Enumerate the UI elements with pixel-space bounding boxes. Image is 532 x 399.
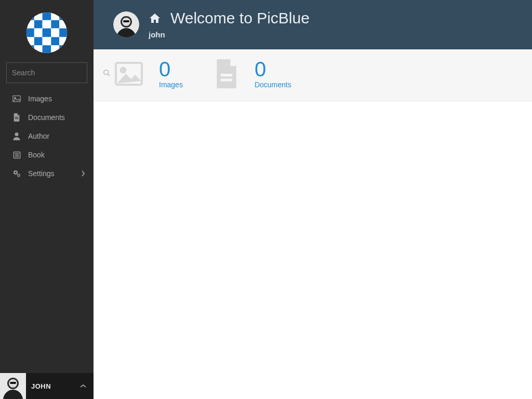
chevron-up-icon (80, 384, 86, 388)
image-icon (114, 61, 143, 86)
avatar[interactable] (113, 11, 139, 37)
sidebar-item-documents[interactable]: Documents (0, 108, 94, 127)
search-icon[interactable] (103, 69, 110, 76)
page-title: Welcome to PicBlue (170, 9, 310, 27)
home-icon (149, 12, 161, 24)
search-input[interactable] (12, 69, 103, 77)
sidebar-item-book[interactable]: Book (0, 145, 94, 164)
page-header: Welcome to PicBlue john (94, 0, 532, 49)
svg-point-0 (104, 70, 109, 75)
svg-point-3 (15, 97, 16, 98)
svg-point-21 (121, 68, 126, 73)
document-icon (12, 113, 21, 122)
stat-images[interactable]: 0 Images (114, 59, 183, 89)
sidebar-item-label: Images (28, 95, 52, 103)
stat-count: 0 (255, 59, 291, 79)
svg-rect-19 (123, 20, 129, 22)
sidebar-item-label: Author (28, 132, 49, 140)
sidebar-item-settings[interactable]: Settings (0, 164, 94, 183)
gears-icon (12, 169, 21, 178)
chevron-right-icon (81, 170, 85, 177)
stat-documents[interactable]: 0 Documents (214, 59, 291, 89)
sidebar-item-author[interactable]: Author (0, 127, 94, 145)
document-icon (214, 59, 239, 88)
svg-rect-22 (221, 74, 232, 76)
content-area (94, 102, 532, 399)
svg-point-11 (18, 174, 20, 176)
svg-line-1 (108, 74, 110, 76)
user-icon (12, 132, 21, 140)
logo-sphere-icon (26, 12, 67, 53)
book-icon (12, 151, 21, 159)
sidebar-nav: Images Documents Author (0, 89, 94, 183)
user-name-label: JOHN (31, 382, 75, 390)
sidebar-item-label: Settings (28, 169, 55, 178)
stats-bar: 0 Images 0 Documents (94, 49, 532, 102)
stat-count: 0 (159, 59, 183, 79)
stat-label: Images (159, 81, 183, 89)
main-area: Welcome to PicBlue john 0 Images (94, 0, 532, 399)
user-menu-toggle[interactable]: JOHN (0, 373, 94, 399)
svg-rect-15 (10, 382, 16, 384)
svg-rect-23 (221, 78, 232, 81)
sidebar-item-label: Book (28, 151, 45, 159)
sidebar: Images Documents Author (0, 0, 94, 399)
search-box[interactable] (6, 62, 87, 83)
svg-rect-4 (15, 117, 18, 117)
sidebar-item-images[interactable]: Images (0, 89, 94, 108)
avatar (0, 373, 26, 399)
svg-rect-5 (15, 118, 18, 119)
svg-point-6 (15, 132, 19, 136)
stat-label: Documents (255, 81, 291, 89)
image-icon (12, 95, 21, 102)
sidebar-item-label: Documents (28, 113, 65, 122)
logo[interactable] (0, 0, 94, 62)
page-subtitle-username: john (149, 30, 310, 39)
